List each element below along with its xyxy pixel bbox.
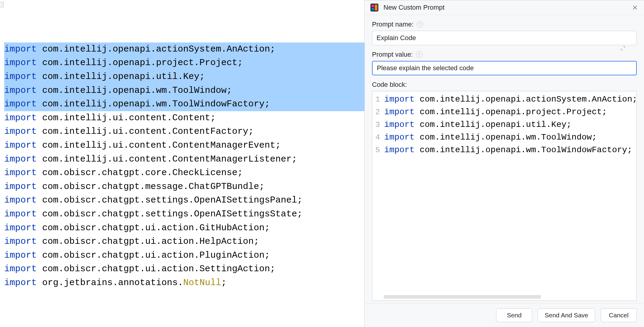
horizontal-scrollbar[interactable] [384,294,633,299]
code-line[interactable]: import com.obiscr.chatgpt.ui.action.GitH… [4,221,364,235]
code-editor[interactable]: import com.intellij.openapi.actionSystem… [0,0,364,327]
code-line: import com.intellij.openapi.wm.ToolWindo… [384,144,637,156]
code-line: import com.intellij.openapi.actionSystem… [384,93,637,106]
code-line[interactable]: import com.obiscr.chatgpt.message.ChatGP… [4,180,364,194]
code-line[interactable]: import com.intellij.openapi.util.Key; [4,70,364,84]
code-line[interactable]: import org.jetbrains.annotations.NotNull… [4,276,364,290]
code-line[interactable]: import com.intellij.ui.content.ContentMa… [4,152,364,166]
code-block-label-text: Code block: [372,81,407,89]
line-number: 4 [375,131,380,144]
code-line: import com.intellij.openapi.project.Proj… [384,106,637,118]
code-line[interactable]: import com.obiscr.chatgpt.settings.OpenA… [4,193,364,207]
line-number: 5 [375,144,380,156]
code-line: import com.intellij.openapi.util.Key; [384,118,637,131]
code-line[interactable]: import com.intellij.openapi.wm.ToolWindo… [4,97,364,111]
close-icon[interactable] [631,4,639,11]
dialog-titlebar: New Custom Prompt [365,0,644,15]
cancel-button[interactable]: Cancel [601,308,637,322]
code-line[interactable]: import com.intellij.openapi.actionSystem… [4,42,364,56]
dialog-title: New Custom Prompt [383,4,631,11]
line-number: 1 [375,93,380,106]
code-line[interactable]: import com.intellij.ui.content.ContentMa… [4,139,364,152]
new-custom-prompt-dialog: New Custom Prompt Prompt name: ? Prompt … [364,0,644,327]
dialog-body: Prompt name: ? Prompt value: ? Code bloc… [365,15,644,303]
code-line: import com.intellij.openapi.wm.ToolWindo… [384,131,637,144]
dialog-footer: Send Send And Save Cancel [365,303,644,327]
code-line[interactable]: import com.obiscr.chatgpt.ui.action.Help… [4,235,364,249]
gutter-fold-icon[interactable] [0,2,4,7]
code-block-label: Code block: [372,81,637,89]
code-line[interactable]: import com.intellij.openapi.project.Proj… [4,56,364,70]
scrollbar-thumb[interactable] [384,295,541,299]
prompt-name-label: Prompt name: ? [372,20,637,28]
line-number: 2 [375,106,380,118]
code-line[interactable]: import com.obiscr.chatgpt.ui.action.Plug… [4,249,364,263]
svg-rect-3 [375,5,377,11]
line-number: 3 [375,118,380,131]
send-button[interactable]: Send [496,308,532,322]
svg-rect-2 [371,8,374,11]
code-line[interactable]: import com.intellij.openapi.wm.ToolWindo… [4,84,364,98]
prompt-value-label-text: Prompt value: [372,51,413,58]
prompt-value-label: Prompt value: ? [372,51,637,58]
code-line[interactable]: import com.obiscr.chatgpt.settings.OpenA… [4,207,364,221]
code-block-preview[interactable]: 12345 import com.intellij.openapi.action… [372,91,637,301]
prompt-name-input[interactable] [372,31,637,45]
code-block-gutter: 12345 [372,91,383,158]
code-line[interactable]: import com.intellij.ui.content.Content; [4,111,364,125]
code-line[interactable]: import com.intellij.ui.content.ContentFa… [4,125,364,139]
code-line[interactable]: import com.obiscr.chatgpt.ui.action.Sett… [4,262,364,276]
intellij-icon [370,3,379,12]
prompt-name-label-text: Prompt name: [372,20,414,28]
code-block-content: import com.intellij.openapi.actionSystem… [383,91,637,158]
send-and-save-button[interactable]: Send And Save [538,308,595,322]
code-line[interactable]: import com.obiscr.chatgpt.core.CheckLice… [4,166,364,180]
help-icon[interactable]: ? [417,21,423,28]
help-icon[interactable]: ? [416,51,423,58]
svg-rect-1 [371,5,374,7]
prompt-value-input[interactable] [372,61,637,75]
